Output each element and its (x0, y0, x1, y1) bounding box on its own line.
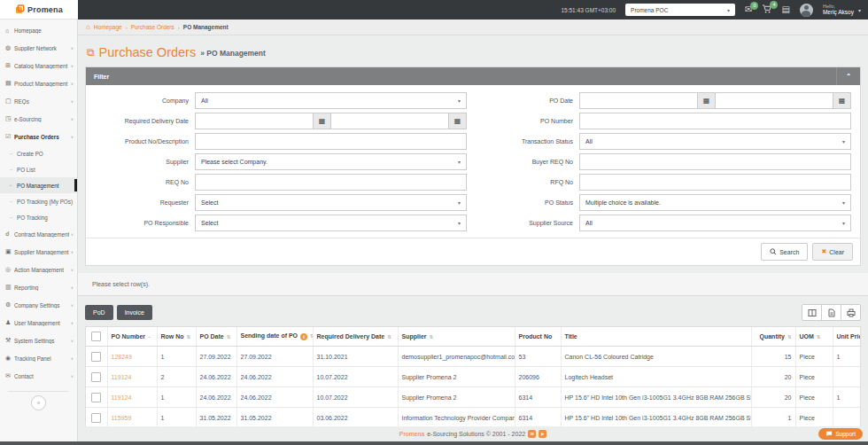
column-header-uom[interactable]: UOM⇅ (795, 327, 833, 347)
info-icon[interactable]: i (300, 333, 307, 340)
sidebar-item-label: Contact (14, 373, 69, 379)
sidebar-collapse-button[interactable]: « (31, 395, 46, 410)
print-button[interactable] (841, 304, 861, 321)
youtube-icon[interactable]: ▶ (539, 430, 546, 438)
row-checkbox[interactable] (91, 352, 101, 362)
sidebar-subitem-po-tracking-my-pos[interactable]: –PO Tracking (My POs) (0, 193, 77, 209)
po-status-select[interactable]: Multiple choice is available.▾ (579, 194, 851, 211)
sidebar-item-action-management[interactable]: ◎Action Management∨ (0, 261, 77, 278)
chevron-down-icon: ▾ (458, 220, 461, 226)
sidebar-item-user-management[interactable]: ♟User Management∨ (0, 314, 77, 332)
messages-button[interactable]: ✉ 0 (745, 5, 752, 14)
globe-icon: ◍ (5, 44, 14, 51)
po-date-to-input[interactable] (716, 93, 833, 108)
sidebar-item-reporting[interactable]: ▥Reporting∨ (0, 278, 77, 296)
column-header-po_number[interactable]: PO Number– (107, 327, 157, 347)
po-number-link[interactable]: 119124 (112, 394, 132, 401)
user-menu[interactable]: Hello, Meriç Aksoy (823, 4, 854, 16)
linkedin-icon[interactable]: in (528, 430, 536, 438)
filter-label-product-no-description: Product No/Description (95, 138, 195, 144)
sidebar-item-company-settings[interactable]: ⚙Company Settings∨ (0, 296, 77, 314)
pod-button[interactable]: PoD (85, 305, 113, 320)
column-header-row_no[interactable]: Row No⇅ (157, 327, 196, 347)
sidebar-item-catalog-management[interactable]: ⊞Catalog Management∨ (0, 57, 77, 74)
columns-icon (808, 308, 817, 317)
announcements-button[interactable]: ▤ (781, 5, 789, 14)
column-header-label: Required Delivery Date (317, 333, 385, 340)
footer-brand-link[interactable]: Promena (399, 431, 424, 437)
column-header-label: Unit Price (837, 333, 862, 340)
transaction-status-select[interactable]: All▾ (579, 133, 851, 150)
po-responsible-select[interactable]: Select▾ (195, 215, 467, 231)
po-number-link[interactable]: 128249 (112, 354, 132, 360)
sidebar-subitem-po-tracking[interactable]: –PO Tracking (0, 209, 77, 225)
column-header-unit_price[interactable]: Unit Price⇅ (833, 327, 861, 347)
requester-select[interactable]: Select▾ (195, 194, 467, 211)
column-header-title[interactable]: Title (561, 327, 751, 347)
column-header-po_date[interactable]: PO Date⇅ (196, 327, 236, 347)
po-date-from-calendar-button[interactable]: ▦ (697, 93, 715, 108)
column-header-quantity[interactable]: Quantity⇅ (751, 327, 795, 347)
sidebar-item-tracking-panel[interactable]: ◉Tracking Panel∨ (0, 349, 77, 367)
columns-button[interactable] (802, 304, 822, 321)
cell-po_date: 24.06.2022 (196, 387, 236, 408)
breadcrumb-purchase-orders[interactable]: Purchase Orders (131, 24, 174, 30)
home-icon[interactable]: ⌂ (86, 23, 90, 31)
required-delivery-date-from-input[interactable] (196, 113, 313, 129)
clear-button[interactable]: ✖ Clear (812, 243, 853, 261)
sidebar-item-contract-management[interactable]: ☌Contract Management∨ (0, 225, 77, 243)
export-button[interactable] (821, 304, 841, 321)
cell-sending_date: 24.06.2022 (236, 387, 313, 408)
po-number-input[interactable] (579, 113, 851, 129)
sidebar-subitem-create-po[interactable]: –Create PO (0, 145, 77, 161)
row-checkbox[interactable] (91, 372, 101, 382)
sidebar-item-reqs[interactable]: ▢REQs∨ (0, 92, 77, 110)
sidebar-item-system-settings[interactable]: ⚒System Settings∨ (0, 332, 77, 349)
column-header-sending_date[interactable]: Sending date of POi⇅ (236, 327, 313, 347)
chevron-down-icon: ∨ (71, 339, 74, 343)
supplier-select[interactable]: Please select Company.▾ (195, 153, 467, 170)
supplier-source-select[interactable]: All▾ (579, 215, 851, 231)
po-number-link[interactable]: 119124 (112, 374, 132, 380)
sidebar-item-supplier-network[interactable]: ◍Supplier Network∨ (0, 39, 77, 57)
po-date-to-calendar-button[interactable]: ▦ (833, 93, 850, 108)
filter-collapse-button[interactable]: ⌃ (836, 67, 860, 85)
sidebar-item-label: Reporting (14, 285, 69, 291)
required-delivery-date-to-input[interactable] (331, 113, 448, 129)
row-checkbox[interactable] (91, 413, 101, 423)
invoice-button[interactable]: Invoice (117, 305, 152, 320)
rfq-no-input[interactable] (579, 174, 851, 191)
sidebar-item-contact[interactable]: ✉Contact∨ (0, 367, 77, 385)
support-button[interactable]: Support (818, 428, 863, 440)
row-checkbox[interactable] (91, 393, 101, 402)
sidebar-item-supplier-management[interactable]: ▣Supplier Management∨ (0, 243, 77, 261)
column-header-required_delivery_date[interactable]: Required Delivery Date⇅ (313, 327, 398, 347)
sidebar-item-homepage[interactable]: ⌂Homepage (0, 21, 77, 39)
required-delivery-date-from-calendar-button[interactable]: ▦ (313, 113, 330, 129)
chevron-down-icon: ∨ (71, 232, 74, 237)
chevron-down-icon[interactable]: ▾ (858, 7, 861, 13)
sidebar-item-product-management[interactable]: ▤Product Management∨ (0, 74, 77, 92)
search-button[interactable]: Search (761, 243, 808, 261)
cell-po_number: 128249 (107, 347, 157, 367)
sidebar-subitem-po-list[interactable]: –PO List (0, 161, 77, 177)
avatar[interactable] (800, 4, 813, 17)
required-delivery-date-to-calendar-button[interactable]: ▦ (448, 113, 466, 129)
active-item-indicator (74, 179, 77, 191)
sidebar-item-e-sourcing[interactable]: ◳e-Sourcing∨ (0, 110, 77, 128)
company-switcher-select[interactable]: Promena POC ▾ (625, 4, 735, 16)
select-all-checkbox[interactable] (91, 332, 101, 341)
product-no-description-input[interactable] (195, 133, 467, 150)
req-no-input[interactable] (195, 174, 467, 191)
company-select[interactable]: All▾ (195, 92, 467, 109)
promena-logo[interactable]: Promena (0, 0, 78, 20)
sidebar-item-purchase-orders[interactable]: ☑Purchase Orders∨ (0, 128, 77, 145)
breadcrumb-homepage[interactable]: Homepage (94, 24, 122, 30)
po-number-link[interactable]: 115959 (112, 415, 132, 421)
po-date-from-input[interactable] (580, 93, 697, 108)
column-header-product_no[interactable]: Product No (515, 327, 561, 347)
column-header-supplier[interactable]: Supplier⇅ (398, 327, 515, 347)
cart-button[interactable]: 4 (762, 4, 771, 15)
buyer-req-no-input[interactable] (579, 153, 851, 170)
sidebar-subitem-po-management[interactable]: •PO Management (0, 177, 77, 193)
